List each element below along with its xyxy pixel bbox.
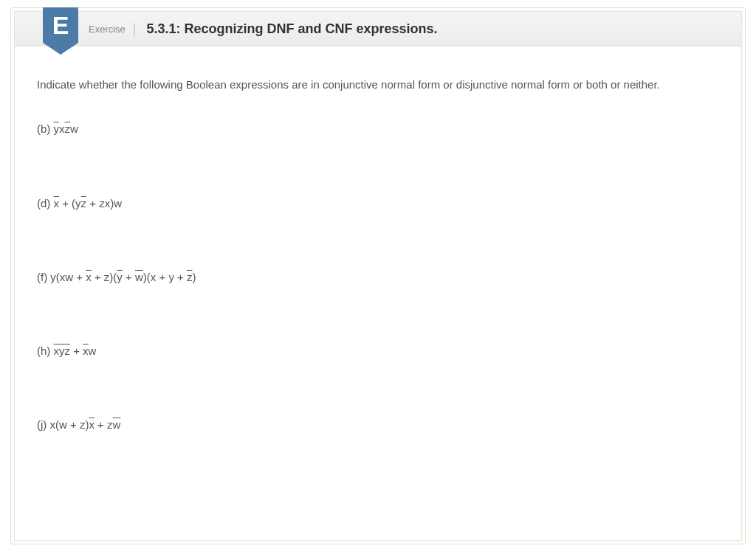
expr-part: w [135,271,143,283]
instructions-text: Indicate whether the following Boolean e… [37,77,701,92]
question-j: (j) x(w + z)x + zw [37,418,719,432]
expr-part: x [89,418,94,431]
expr-part: x [83,344,89,357]
page: E Exercise | 5.3.1: Recognizing DNF and … [0,0,756,554]
exercise-label: Exercise [89,24,126,35]
question-label: (h) [37,344,54,357]
expr-part: x(w + z) [50,418,89,431]
question-h: (h) xyz + xw [37,344,719,359]
expr-part: + [123,271,135,283]
expr-part: x [59,122,65,135]
expr-part: y(xw + [50,271,86,283]
expr-part: w [70,122,78,135]
outer-frame: E Exercise | 5.3.1: Recognizing DNF and … [10,7,746,544]
question-f: (f) y(xw + x + z)(y + w)(x + y + z) [37,270,719,285]
expr-part: ) [193,271,196,283]
expr-part: xyz [54,344,71,357]
exercise-card: E Exercise | 5.3.1: Recognizing DNF and … [14,11,742,541]
expr-part: z [65,122,71,135]
expr-part: w [89,344,97,357]
expr-part: + [70,344,83,357]
question-label: (j) [37,418,50,431]
expr-part: y [54,122,60,135]
question-label: (d) [37,197,54,210]
expr-part: )(x + y + [143,271,187,283]
exercise-title: 5.3.1: Recognizing DNF and CNF expressio… [147,21,438,37]
header-divider: | [133,22,137,35]
expr-part: y [117,271,123,283]
question-label: (b) [37,122,54,135]
expr-part: z [81,197,87,210]
expr-part: + z [94,418,113,431]
expr-part: w [113,418,121,431]
expr-part: z [187,271,193,283]
exercise-content: Indicate whether the following Boolean e… [15,46,741,448]
expr-part: + (y [59,197,81,210]
question-d: (d) x + (yz + zx)w [37,196,719,211]
expr-part: + zx)w [86,197,122,210]
expr-part: x [54,197,60,210]
expr-part: + z)( [92,271,117,283]
badge-shape: E [43,7,78,43]
header-bar: Exercise | 5.3.1: Recognizing DNF and CN… [15,12,741,46]
question-label: (f) [37,271,50,283]
question-b: (b) yxzw [37,122,719,136]
badge-letter: E [52,13,69,38]
exercise-badge: E [43,7,78,58]
badge-tail-icon [43,43,78,55]
expr-part: x [86,271,92,283]
